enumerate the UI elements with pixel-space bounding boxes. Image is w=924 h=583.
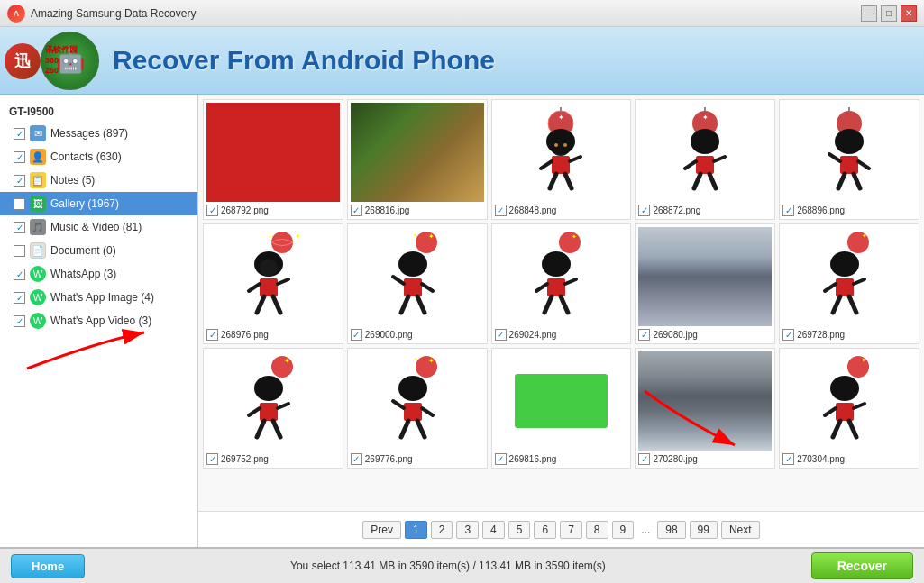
app-icon: A: [7, 5, 25, 23]
thumb-item[interactable]: ✦ 270304.png: [779, 348, 919, 469]
page-3-button[interactable]: 3: [456, 521, 479, 539]
thumbnail-image: ✦: [495, 103, 628, 202]
thumb-item[interactable]: 269080.jpg: [635, 223, 775, 344]
thumb-label: 269000.png: [351, 329, 484, 341]
page-9-button[interactable]: 9: [612, 521, 635, 539]
minimize-button[interactable]: —: [861, 5, 877, 22]
thumb-item[interactable]: 269816.png: [491, 348, 632, 469]
thumb-filename: 268976.png: [221, 330, 269, 340]
sidebar: GT-I9500 ✉ Messages (897) 👤 Contacts (63…: [0, 95, 198, 547]
maximize-button[interactable]: □: [881, 5, 897, 22]
disco-ball-svg: ✦ ✦: [381, 356, 453, 446]
whatsapp-checkbox[interactable]: [14, 269, 25, 280]
svg-text:✦: ✦: [268, 234, 272, 240]
sidebar-item-whatsapp-image[interactable]: W What's App Image (4): [0, 286, 197, 309]
thumb-checkbox[interactable]: [782, 453, 794, 465]
svg-point-60: [830, 251, 859, 277]
thumb-item[interactable]: 270280.jpg: [635, 348, 775, 469]
page-4-button[interactable]: 4: [482, 521, 505, 539]
contacts-label: Contacts (630): [50, 150, 122, 163]
svg-rect-8: [552, 156, 570, 174]
disco-ball-svg: ✦: [525, 232, 597, 322]
page-98-button[interactable]: 98: [657, 521, 685, 539]
thumb-checkbox[interactable]: [351, 329, 362, 341]
document-checkbox[interactable]: [14, 245, 25, 257]
watermark-logo: 迅: [5, 43, 41, 79]
sidebar-item-notes[interactable]: 📋 Notes (5): [0, 169, 197, 192]
thumbnail-image: ✦: [206, 351, 340, 451]
whatsapp-icon: W: [30, 266, 46, 282]
thumb-filename: 269816.png: [509, 454, 557, 464]
thumb-checkbox[interactable]: [206, 453, 218, 465]
titlebar: A Amazing Samsung Data Recovery — □ ✕: [0, 0, 924, 27]
contacts-checkbox[interactable]: [14, 151, 25, 163]
thumb-item[interactable]: ✦ 269728.png: [779, 223, 919, 344]
thumb-item[interactable]: 268792.png: [203, 99, 343, 220]
page-7-button[interactable]: 7: [560, 521, 582, 539]
thumb-item[interactable]: 268816.jpg: [347, 99, 488, 220]
sidebar-item-document[interactable]: 📄 Document (0): [0, 239, 197, 262]
page-5-button[interactable]: 5: [508, 521, 531, 539]
thumb-checkbox[interactable]: [638, 205, 650, 216]
svg-line-29: [858, 161, 869, 169]
messages-checkbox[interactable]: [14, 128, 25, 140]
thumbnail-image: [638, 227, 772, 326]
thumb-item[interactable]: ✦ 269752.png: [203, 348, 343, 469]
close-button[interactable]: ✕: [901, 5, 917, 22]
page-6-button[interactable]: 6: [534, 521, 556, 539]
whatsapp-image-label: What's App Image (4): [50, 291, 154, 304]
gallery-checkbox[interactable]: [14, 198, 25, 210]
svg-text:✦: ✦: [428, 232, 435, 241]
page-99-button[interactable]: 99: [690, 521, 718, 539]
home-button[interactable]: Home: [11, 554, 85, 578]
thumb-checkbox[interactable]: [638, 329, 650, 341]
document-icon: 📄: [30, 242, 46, 259]
sidebar-item-whatsapp[interactable]: W WhatsApp (3): [0, 262, 197, 286]
thumb-checkbox[interactable]: [638, 453, 650, 465]
thumb-checkbox[interactable]: [782, 329, 794, 341]
sidebar-item-music[interactable]: 🎵 Music & Video (81): [0, 215, 197, 239]
thumbnail-image: ✦ ✦: [206, 227, 340, 326]
page-2-button[interactable]: 2: [431, 521, 453, 539]
disco-ball-svg: ✦: [813, 232, 885, 322]
page-8-button[interactable]: 8: [586, 521, 608, 539]
whatsapp-image-checkbox[interactable]: [14, 292, 25, 304]
thumb-checkbox[interactable]: [206, 205, 218, 216]
recover-button[interactable]: Recover: [811, 552, 913, 579]
svg-rect-78: [404, 403, 422, 421]
thumb-item[interactable]: ✦: [491, 99, 632, 220]
music-checkbox[interactable]: [14, 222, 25, 233]
sidebar-item-gallery[interactable]: 🖼 Gallery (1967): [0, 192, 197, 215]
svg-rect-69: [260, 403, 278, 421]
thumb-checkbox[interactable]: [495, 329, 507, 341]
thumb-checkbox[interactable]: [351, 453, 362, 465]
next-button[interactable]: Next: [721, 521, 760, 539]
thumb-filename: 268848.png: [509, 205, 557, 215]
svg-text:✦: ✦: [572, 233, 577, 240]
thumb-checkbox[interactable]: [782, 205, 794, 216]
thumb-checkbox[interactable]: [495, 453, 507, 465]
page-1-button[interactable]: 1: [405, 521, 427, 539]
thumb-checkbox[interactable]: [495, 205, 507, 216]
notes-checkbox[interactable]: [14, 175, 25, 187]
thumb-checkbox[interactable]: [351, 205, 362, 216]
thumb-item[interactable]: ✦ ✦ 26: [203, 223, 343, 344]
svg-text:✦: ✦: [862, 232, 867, 239]
svg-text:✦: ✦: [284, 357, 290, 365]
svg-point-7: [563, 143, 567, 147]
thumb-item[interactable]: 268896.png: [779, 99, 919, 220]
document-label: Document (0): [50, 244, 116, 257]
thumb-item[interactable]: ✦ 269024.png: [491, 223, 632, 344]
svg-point-50: [559, 232, 581, 253]
sidebar-item-messages[interactable]: ✉ Messages (897): [0, 122, 197, 145]
thumb-item[interactable]: ✦ ✦ 269776.png: [347, 348, 488, 469]
thumb-checkbox[interactable]: [206, 329, 218, 341]
gallery-grid-area[interactable]: 268792.png 268816.jpg: [198, 95, 924, 511]
svg-line-48: [393, 277, 404, 284]
thumb-item[interactable]: ✦ 268872.png: [635, 99, 775, 220]
prev-button[interactable]: Prev: [362, 521, 401, 539]
status-text: You select 113.41 MB in 3590 item(s) / 1…: [290, 560, 606, 572]
music-icon: 🎵: [30, 219, 46, 235]
sidebar-item-contacts[interactable]: 👤 Contacts (630): [0, 145, 197, 169]
thumb-item[interactable]: ✦ ✦ 269000.png: [347, 223, 488, 344]
